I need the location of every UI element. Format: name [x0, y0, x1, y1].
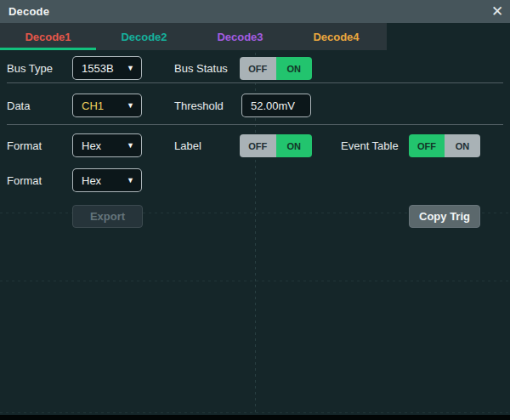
chevron-down-icon: ▼ — [127, 64, 134, 72]
chevron-down-icon: ▼ — [127, 101, 134, 110]
dialog-title: Decode — [0, 5, 49, 18]
separator — [7, 124, 503, 125]
bus-type-dropdown[interactable]: 1553B ▼ — [72, 56, 142, 80]
label-toggle[interactable]: OFF ON — [240, 134, 312, 157]
bus-status-label: Bus Status — [174, 56, 228, 80]
format-label: Format — [7, 133, 42, 157]
graticule-horizontal-line — [0, 412, 510, 413]
tab-strip: Decode1 Decode2 Decode3 Decode4 — [0, 23, 510, 50]
data-source-dropdown[interactable]: CH1 ▼ — [72, 94, 142, 117]
label-switch-label: Label — [174, 133, 201, 157]
export-button[interactable]: Export — [72, 205, 143, 228]
tab-decode4[interactable]: Decode4 — [288, 23, 384, 50]
copy-trig-button[interactable]: Copy Trig — [409, 205, 480, 228]
tab-decode2[interactable]: Decode2 — [96, 23, 192, 50]
format2-dropdown[interactable]: Hex ▼ — [72, 168, 142, 192]
bottom-strip — [0, 415, 510, 420]
close-icon[interactable]: ✕ — [484, 0, 510, 23]
threshold-label: Threshold — [174, 94, 224, 117]
threshold-input[interactable]: 52.00mV — [241, 94, 311, 117]
graticule-horizontal-line — [0, 281, 510, 281]
tab-decode1[interactable]: Decode1 — [0, 23, 96, 50]
format2-label: Format — [7, 168, 42, 192]
decode-dialog: Decode ✕ Decode1 Decode2 Decode3 Decode4… — [0, 0, 510, 420]
format-dropdown[interactable]: Hex ▼ — [72, 133, 142, 157]
tab-decode3[interactable]: Decode3 — [192, 23, 288, 50]
separator — [7, 82, 503, 83]
chevron-down-icon: ▼ — [127, 176, 134, 184]
bus-type-label: Bus Type — [7, 56, 53, 80]
event-table-toggle[interactable]: OFF ON — [409, 134, 480, 157]
chevron-down-icon: ▼ — [127, 141, 134, 150]
data-label: Data — [7, 94, 30, 117]
event-table-label: Event Table — [341, 133, 399, 157]
titlebar: Decode ✕ — [0, 0, 510, 23]
bus-status-toggle[interactable]: OFF ON — [240, 57, 312, 80]
